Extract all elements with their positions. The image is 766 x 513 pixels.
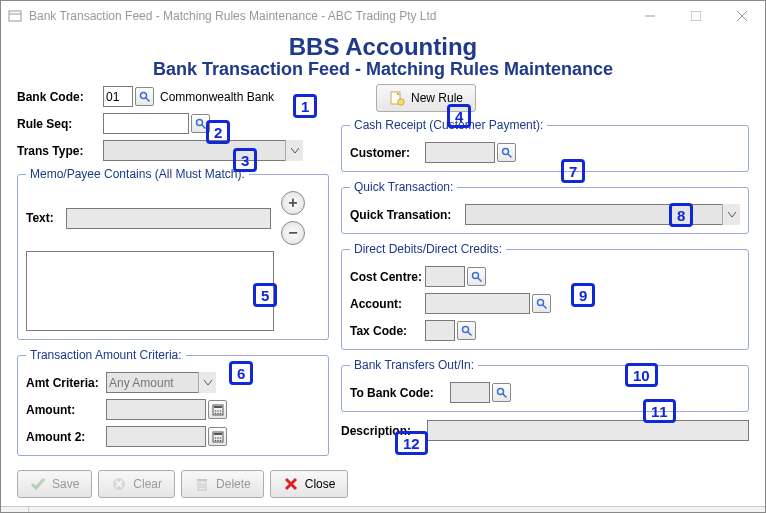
tax-code-input[interactable] (425, 320, 455, 341)
description-label: Description: (341, 424, 427, 438)
minus-icon: − (288, 224, 297, 242)
calculator-icon (212, 404, 224, 416)
tax-code-label: Tax Code: (350, 324, 425, 338)
quick-transaction-select[interactable] (465, 204, 740, 225)
svg-rect-0 (9, 11, 21, 21)
clear-label: Clear (133, 477, 162, 491)
magnifier-icon (195, 118, 207, 130)
delete-button[interactable]: Delete (181, 470, 264, 498)
svg-point-28 (502, 148, 508, 154)
svg-point-16 (217, 412, 219, 414)
quick-transaction-label: Quick Transation: (350, 208, 465, 222)
memo-text-label: Text: (26, 211, 66, 225)
rule-seq-lookup-button[interactable] (191, 114, 210, 133)
bank-code-lookup-button[interactable] (135, 87, 154, 106)
customer-input[interactable] (425, 142, 495, 163)
svg-line-9 (201, 124, 205, 128)
close-icon (283, 476, 299, 492)
memo-remove-button[interactable]: − (281, 221, 305, 245)
amount-calc-button[interactable] (208, 400, 227, 419)
memo-text-input[interactable] (66, 208, 271, 229)
svg-point-13 (217, 410, 219, 412)
maximize-button[interactable] (673, 1, 719, 31)
button-row: Save Clear Delete Close (17, 470, 749, 498)
calculator-icon (212, 431, 224, 443)
heading-app: BBS Accounting (17, 33, 749, 61)
svg-rect-19 (214, 433, 222, 435)
svg-point-21 (217, 437, 219, 439)
app-icon (7, 8, 23, 24)
svg-point-20 (214, 437, 216, 439)
svg-point-12 (214, 410, 216, 412)
bank-name-text: Commonwealth Bank (160, 90, 274, 104)
customer-lookup-button[interactable] (497, 143, 516, 162)
svg-line-35 (467, 331, 471, 335)
customer-label: Customer: (350, 146, 425, 160)
magnifier-icon (471, 271, 483, 283)
minimize-button[interactable] (627, 1, 673, 31)
svg-point-23 (214, 439, 216, 441)
bank-transfers-legend: Bank Transfers Out/In: (350, 358, 478, 372)
account-lookup-button[interactable] (532, 294, 551, 313)
svg-rect-11 (214, 406, 222, 408)
rule-seq-label: Rule Seq: (17, 117, 103, 131)
to-bank-code-lookup-button[interactable] (492, 383, 511, 402)
plus-icon: + (288, 194, 297, 212)
new-rule-button[interactable]: New Rule (376, 84, 476, 112)
amt-criteria-label: Amt Criteria: (26, 376, 106, 390)
svg-line-37 (502, 393, 506, 397)
to-bank-code-label: To Bank Code: (350, 386, 450, 400)
svg-point-24 (217, 439, 219, 441)
svg-point-36 (497, 388, 503, 394)
bank-transfers-fieldset: Bank Transfers Out/In: To Bank Code: (341, 358, 749, 412)
svg-point-14 (219, 410, 221, 412)
close-window-button[interactable] (719, 1, 765, 31)
memo-list[interactable] (26, 251, 274, 331)
memo-fieldset: Memo/Payee Contains (All Must Match): Te… (17, 167, 329, 340)
amount2-label: Amount 2: (26, 430, 106, 444)
cost-centre-lookup-button[interactable] (467, 267, 486, 286)
account-input[interactable] (425, 293, 530, 314)
to-bank-code-input[interactable] (450, 382, 490, 403)
new-rule-icon (389, 90, 405, 106)
check-icon (30, 476, 46, 492)
svg-point-32 (537, 299, 543, 305)
magnifier-icon (461, 325, 473, 337)
svg-rect-40 (197, 479, 207, 481)
save-button[interactable]: Save (17, 470, 92, 498)
quick-transaction-legend: Quick Transaction: (350, 180, 457, 194)
cash-receipt-fieldset: Cash Receipt (Customer Payment): Custome… (341, 118, 749, 172)
account-label: Account: (350, 297, 425, 311)
magnifier-icon (501, 147, 513, 159)
memo-legend: Memo/Payee Contains (All Must Match): (26, 167, 249, 181)
svg-line-7 (145, 97, 149, 101)
rule-seq-input[interactable] (103, 113, 189, 134)
magnifier-icon (139, 91, 151, 103)
svg-point-34 (462, 326, 468, 332)
heading-page: Bank Transaction Feed - Matching Rules M… (17, 59, 749, 80)
amount-criteria-legend: Transaction Amount Criteria: (26, 348, 186, 362)
amount-input[interactable] (106, 399, 206, 420)
cost-centre-label: Cost Centre: (350, 270, 425, 284)
close-button[interactable]: Close (270, 470, 349, 498)
svg-point-17 (219, 412, 221, 414)
chevron-down-icon (722, 204, 740, 225)
bank-code-input[interactable] (103, 86, 133, 107)
cost-centre-input[interactable] (425, 266, 465, 287)
left-column: Bank Code: Commonwealth Bank Rule Seq: T… (17, 86, 329, 464)
app-window: Bank Transaction Feed - Matching Rules M… (0, 0, 766, 513)
memo-add-button[interactable]: + (281, 191, 305, 215)
magnifier-icon (496, 387, 508, 399)
amount2-calc-button[interactable] (208, 427, 227, 446)
tax-code-lookup-button[interactable] (457, 321, 476, 340)
svg-point-30 (472, 272, 478, 278)
status-cell (1, 507, 29, 512)
magnifier-icon (536, 298, 548, 310)
trash-icon (194, 476, 210, 492)
chevron-down-icon (285, 140, 303, 161)
clear-button[interactable]: Clear (98, 470, 175, 498)
window-title: Bank Transaction Feed - Matching Rules M… (29, 9, 437, 23)
amount2-input[interactable] (106, 426, 206, 447)
trans-type-select[interactable] (103, 140, 303, 161)
description-input[interactable] (427, 420, 749, 441)
